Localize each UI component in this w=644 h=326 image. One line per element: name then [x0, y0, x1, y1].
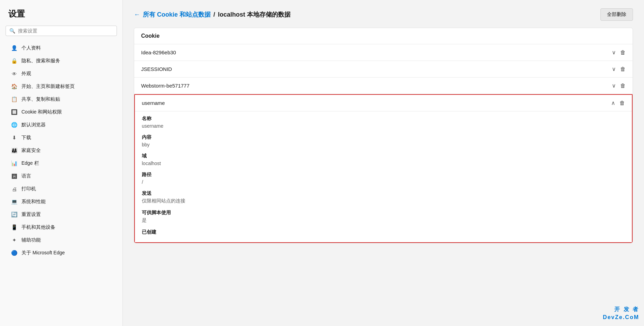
cookie-detail-username: 名称 username 内容 bby 域 localhost 路径 / 发送 仅… — [135, 111, 632, 242]
sidebar-item-family[interactable]: 👨‍👩‍👧 家庭安全 — [3, 144, 120, 157]
sidebar-item-edge-bar[interactable]: 📊 Edge 栏 — [3, 157, 120, 170]
sidebar-item-appearance[interactable]: 👁 外观 — [3, 67, 120, 80]
nav-list: 👤 个人资料 🔒 隐私、搜索和服务 👁 外观 🏠 开始、主页和新建标签页 📋 共… — [0, 42, 122, 260]
field-label-1: 内容 — [142, 134, 625, 141]
nav-icon-edge-bar: 📊 — [11, 160, 17, 166]
delete-icon-jsessionid[interactable]: 🗑 — [620, 66, 626, 72]
cookie-name-idea: Idea-8296eb30 — [141, 49, 176, 55]
nav-icon-mobile: 📱 — [11, 224, 17, 230]
breadcrumb: ← 所有 Cookie 和站点数据 / localhost 本地存储的数据 — [134, 10, 291, 19]
sidebar-item-accessibility[interactable]: ✦ 辅助功能 — [3, 234, 120, 246]
cookie-row-jsessionid[interactable]: JSESSIONID ∨ 🗑 — [134, 61, 633, 78]
search-input[interactable] — [18, 28, 113, 34]
cookie-row-username-expanded: username ∧ 🗑 名称 username 内容 bby 域 localh… — [134, 94, 633, 243]
field-value-1: bby — [142, 142, 625, 147]
cookie-field-5: 可供脚本使用 是 — [142, 210, 625, 224]
chevron-down-icon-jsessionid[interactable]: ∨ — [612, 66, 616, 72]
sidebar-item-profile[interactable]: 👤 个人资料 — [3, 42, 120, 54]
nav-label-newtab: 开始、主页和新建标签页 — [21, 83, 75, 90]
sidebar-item-about[interactable]: 🔵 关于 Microsoft Edge — [3, 247, 120, 259]
nav-label-profile: 个人资料 — [21, 45, 41, 51]
nav-label-browser: 默认浏览器 — [21, 122, 46, 128]
sidebar-item-privacy[interactable]: 🔒 隐私、搜索和服务 — [3, 55, 120, 67]
nav-icon-accessibility: ✦ — [11, 237, 17, 243]
cookie-field-6: 已创建 — [142, 229, 625, 235]
sidebar: 设置 🔍 👤 个人资料 🔒 隐私、搜索和服务 👁 外观 🏠 开始、主页和新建标签… — [0, 0, 123, 326]
nav-icon-download: ⬇ — [11, 135, 17, 141]
nav-icon-language: 🅰 — [11, 173, 17, 179]
nav-label-family: 家庭安全 — [21, 147, 41, 154]
sidebar-item-browser[interactable]: 🌐 默认浏览器 — [3, 119, 120, 131]
nav-label-share: 共享、复制和粘贴 — [21, 96, 60, 102]
nav-icon-about: 🔵 — [11, 250, 17, 256]
breadcrumb-link[interactable]: 所有 Cookie 和站点数据 — [143, 10, 211, 19]
cookie-name-webstorm: Webstorm-be571777 — [141, 83, 190, 89]
delete-all-button[interactable]: 全部删除 — [600, 8, 633, 21]
watermark: 开 发 者 DevZe.CoM — [603, 306, 639, 321]
chevron-up-icon-username[interactable]: ∧ — [611, 100, 615, 106]
sidebar-item-download[interactable]: ⬇ 下载 — [3, 132, 120, 144]
nav-icon-privacy: 🔒 — [11, 58, 17, 64]
sidebar-item-system[interactable]: 💻 系统和性能 — [3, 196, 120, 208]
search-icon: 🔍 — [9, 28, 15, 34]
search-box[interactable]: 🔍 — [6, 26, 117, 36]
nav-label-print: 打印机 — [21, 186, 36, 192]
field-label-3: 路径 — [142, 172, 625, 178]
sidebar-item-cookies[interactable]: 🔲 Cookie 和网站权限 — [3, 106, 120, 118]
breadcrumb-separator: / — [213, 11, 215, 18]
nav-label-accessibility: 辅助功能 — [21, 237, 41, 243]
cookie-row-actions-username: ∧ 🗑 — [611, 100, 625, 106]
nav-label-reset: 重置设置 — [21, 211, 41, 218]
cookie-field-0: 名称 username — [142, 116, 625, 129]
delete-icon-webstorm[interactable]: 🗑 — [620, 83, 626, 89]
nav-icon-profile: 👤 — [11, 45, 17, 51]
field-label-6: 已创建 — [142, 229, 625, 235]
nav-icon-system: 💻 — [11, 199, 17, 205]
cookie-row-actions-idea: ∨ 🗑 — [612, 49, 626, 56]
field-label-5: 可供脚本使用 — [142, 210, 625, 216]
cookie-field-2: 域 localhost — [142, 153, 625, 166]
cookie-name-jsessionid: JSESSIONID — [141, 66, 172, 72]
cookie-row-idea[interactable]: Idea-8296eb30 ∨ 🗑 — [134, 44, 633, 61]
watermark-line1: 开 发 者 — [603, 306, 639, 313]
cookie-field-1: 内容 bby — [142, 134, 625, 147]
nav-icon-cookies: 🔲 — [11, 109, 17, 115]
cookie-row-webstorm[interactable]: Webstorm-be571777 ∨ 🗑 — [134, 78, 633, 94]
cookie-row-username-header[interactable]: username ∧ 🗑 — [135, 95, 632, 111]
sidebar-item-newtab[interactable]: 🏠 开始、主页和新建标签页 — [3, 80, 120, 93]
delete-icon-idea[interactable]: 🗑 — [620, 49, 626, 56]
field-label-2: 域 — [142, 153, 625, 159]
nav-label-download: 下载 — [21, 135, 31, 141]
sidebar-title: 设置 — [0, 8, 122, 26]
field-label-4: 发送 — [142, 190, 625, 197]
main-content: ← 所有 Cookie 和站点数据 / localhost 本地存储的数据 全部… — [123, 0, 644, 326]
nav-label-mobile: 手机和其他设备 — [21, 224, 55, 230]
nav-label-privacy: 隐私、搜索和服务 — [21, 58, 60, 64]
nav-icon-appearance: 👁 — [11, 71, 17, 77]
cookie-card: Cookie Idea-8296eb30 ∨ 🗑 JSESSIONID ∨ 🗑 … — [134, 28, 633, 243]
nav-label-appearance: 外观 — [21, 71, 31, 77]
chevron-down-icon-webstorm[interactable]: ∨ — [612, 82, 616, 89]
field-value-0: username — [142, 123, 625, 129]
chevron-down-icon-idea[interactable]: ∨ — [612, 49, 616, 56]
sidebar-item-share[interactable]: 📋 共享、复制和粘贴 — [3, 93, 120, 106]
nav-label-cookies: Cookie 和网站权限 — [21, 109, 62, 115]
delete-icon-username[interactable]: 🗑 — [619, 100, 625, 106]
cookie-section-header: Cookie — [134, 28, 633, 44]
field-value-5: 是 — [142, 217, 625, 224]
cookie-name-username: username — [142, 100, 165, 106]
sidebar-item-print[interactable]: 🖨 打印机 — [3, 183, 120, 195]
breadcrumb-current: localhost 本地存储的数据 — [218, 10, 291, 19]
sidebar-item-mobile[interactable]: 📱 手机和其他设备 — [3, 221, 120, 234]
nav-label-language: 语言 — [21, 173, 31, 179]
cookie-row-actions-jsessionid: ∨ 🗑 — [612, 66, 626, 72]
nav-icon-newtab: 🏠 — [11, 83, 17, 90]
nav-icon-print: 🖨 — [11, 186, 17, 192]
sidebar-item-language[interactable]: 🅰 语言 — [3, 170, 120, 182]
field-value-2: localhost — [142, 161, 625, 166]
nav-icon-browser: 🌐 — [11, 122, 17, 128]
cookie-field-3: 路径 / — [142, 172, 625, 185]
sidebar-item-reset[interactable]: 🔄 重置设置 — [3, 208, 120, 221]
nav-label-edge-bar: Edge 栏 — [21, 160, 39, 166]
back-button[interactable]: ← — [134, 11, 140, 18]
